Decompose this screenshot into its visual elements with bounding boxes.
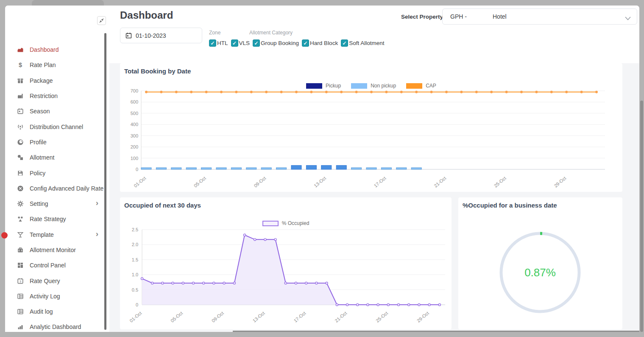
table-icon xyxy=(17,293,24,300)
svg-text:21-Oct: 21-Oct xyxy=(433,175,447,188)
funnel-icon xyxy=(17,231,24,238)
business-date-input[interactable]: 01-10-2023 xyxy=(120,28,202,43)
sidebar-item-config-advanced-daily-rate[interactable]: Config Advanced Daily Rate xyxy=(5,181,104,196)
legend-item-pickup[interactable]: Pickup xyxy=(306,83,341,89)
factory-icon xyxy=(17,93,24,99)
checkbox-checked-icon: ✓ xyxy=(209,39,216,47)
sidebar-item-analytic-dashboard[interactable]: Analytic Dashboard xyxy=(5,319,104,332)
sidebar-item-profile[interactable]: Profile xyxy=(5,135,104,150)
svg-text:2.5: 2.5 xyxy=(132,227,138,232)
sidebar-item-season[interactable]: Season xyxy=(5,104,104,119)
sidebar-item-allotment-monitor[interactable]: Allotment Monitor xyxy=(5,242,104,258)
sidebar-item-allotment[interactable]: Allotment xyxy=(5,150,104,165)
total-booking-legend: PickupNon pickupCAP xyxy=(120,83,622,89)
filter-checkbox-group-booking[interactable]: ✓Group Booking xyxy=(253,39,299,47)
checkbox-checked-icon: ✓ xyxy=(253,39,260,47)
legend-label: % Occupied xyxy=(282,220,309,226)
svg-text:600: 600 xyxy=(131,99,138,104)
sidebar-item-setting[interactable]: Setting› xyxy=(5,196,104,211)
occupied-30days-title: Occupied of next 30 days xyxy=(124,202,201,209)
date-value: 01-10-2023 xyxy=(136,32,166,39)
property-code: GPH - xyxy=(450,13,467,20)
sidebar-item-distribution-channel[interactable]: Distribution Channel xyxy=(5,119,104,134)
svg-text:09-Oct: 09-Oct xyxy=(211,310,225,323)
checkbox-label: Hard Block xyxy=(310,40,338,46)
legend-swatch xyxy=(406,83,422,89)
sidebar-item-restriction[interactable]: Restriction xyxy=(5,88,104,104)
sidebar-item-template[interactable]: Template› xyxy=(5,227,104,242)
sidebar-item-label: Config Advanced Daily Rate xyxy=(30,185,103,192)
total-booking-card: Total Booking by Date PickupNon pickupCA… xyxy=(120,63,622,192)
svg-text:700: 700 xyxy=(131,89,138,93)
zone-label: Zone xyxy=(209,30,220,36)
sidebar-item-label: Allotment Monitor xyxy=(30,247,76,253)
svg-text:300: 300 xyxy=(131,133,138,138)
legend-label: Pickup xyxy=(326,83,341,89)
svg-text:400: 400 xyxy=(131,122,138,127)
gear-icon xyxy=(17,200,24,207)
collapse-icon xyxy=(99,18,104,23)
occupied-gauge-card: %Occupied for a business date 0.87% xyxy=(458,197,622,329)
sidebar-item-label: Restriction xyxy=(30,93,58,99)
bar-chart-icon xyxy=(17,323,24,330)
sidebar-item-label: Activity Log xyxy=(30,293,60,300)
svg-text:05-Oct: 05-Oct xyxy=(193,175,207,188)
sidebar-menu: Dashboard$Rate PlanPackageRestrictionSea… xyxy=(5,42,104,332)
sidebar-item-rate-plan[interactable]: $Rate Plan xyxy=(5,57,104,73)
sidebar-item-control-panel[interactable]: Control Panel xyxy=(5,258,104,273)
property-select[interactable]: GPH - Hotel xyxy=(442,8,637,25)
svg-text:0: 0 xyxy=(136,167,138,172)
window-vertical-scrollbar[interactable] xyxy=(640,101,643,332)
horizontal-scrollbar[interactable] xyxy=(233,331,639,332)
sidebar-item-dashboard[interactable]: Dashboard xyxy=(5,42,104,57)
sidebar-item-activity-log[interactable]: Activity Log xyxy=(5,289,104,304)
svg-text:0.87%: 0.87% xyxy=(524,266,556,279)
sidebar-item-audit-log[interactable]: Audit log xyxy=(5,304,104,319)
area-chart-icon xyxy=(17,46,24,53)
svg-text:100: 100 xyxy=(131,156,138,161)
legend-item-non-pickup[interactable]: Non pickup xyxy=(351,83,396,89)
filter-checkbox-soft-allotment[interactable]: ✓Soft Allotment xyxy=(341,39,384,47)
sidebar-item-policy[interactable]: Policy xyxy=(5,165,104,180)
sidebar-scrollbar[interactable] xyxy=(104,33,106,330)
sidebar-item-rate-query[interactable]: ?Rate Query xyxy=(5,273,104,288)
filter-checkbox-htl[interactable]: ✓HTL xyxy=(209,39,228,47)
sidebar-item-rate-strategy[interactable]: Rate Strategy xyxy=(5,211,104,227)
legend-swatch xyxy=(262,221,279,226)
sidebar-collapse-button[interactable] xyxy=(97,16,106,25)
profile-icon xyxy=(17,139,24,146)
radiation-icon xyxy=(17,216,24,222)
total-booking-chart: 700600500400300200100001-Oct05-Oct09-Oct… xyxy=(120,89,622,191)
svg-text:?: ? xyxy=(20,280,22,284)
save-icon xyxy=(17,170,24,177)
legend-item-cap[interactable]: CAP xyxy=(406,83,436,89)
table-icon xyxy=(17,308,24,315)
svg-text:$: $ xyxy=(19,62,22,68)
main-content: Dashboard Select Property GPH - Hotel 01… xyxy=(109,6,639,332)
svg-text:500: 500 xyxy=(131,111,138,116)
sidebar-item-package[interactable]: Package xyxy=(5,73,104,88)
svg-text:1.0: 1.0 xyxy=(132,272,138,277)
calendar-icon xyxy=(125,32,132,39)
filter-checkbox-vls[interactable]: ✓VLS xyxy=(231,39,250,47)
property-name: Hotel xyxy=(493,13,507,20)
svg-text:13-Oct: 13-Oct xyxy=(313,175,327,188)
grid-icon xyxy=(17,262,24,269)
svg-text:29-Oct: 29-Oct xyxy=(553,175,567,188)
svg-text:21-Oct: 21-Oct xyxy=(334,310,348,323)
legend-item-occupied[interactable]: % Occupied xyxy=(262,220,309,226)
occupied-legend: % Occupied xyxy=(120,220,452,226)
filter-checkbox-hard-block[interactable]: ✓Hard Block xyxy=(302,39,338,47)
checkbox-checked-icon: ✓ xyxy=(302,39,309,47)
sidebar-item-label: Policy xyxy=(30,170,45,177)
sidebar-item-label: Audit log xyxy=(30,308,53,315)
dollar-icon: $ xyxy=(17,62,24,68)
calendar-icon xyxy=(17,108,24,115)
checkbox-label: VLS xyxy=(239,40,250,46)
svg-text:1.5: 1.5 xyxy=(132,257,138,262)
briefcase-icon xyxy=(17,247,24,253)
sidebar-item-label: Allotment xyxy=(30,154,54,161)
svg-text:05-Oct: 05-Oct xyxy=(170,310,184,323)
svg-text:200: 200 xyxy=(131,144,138,149)
sidebar-item-label: Distribution Channel xyxy=(30,124,83,130)
